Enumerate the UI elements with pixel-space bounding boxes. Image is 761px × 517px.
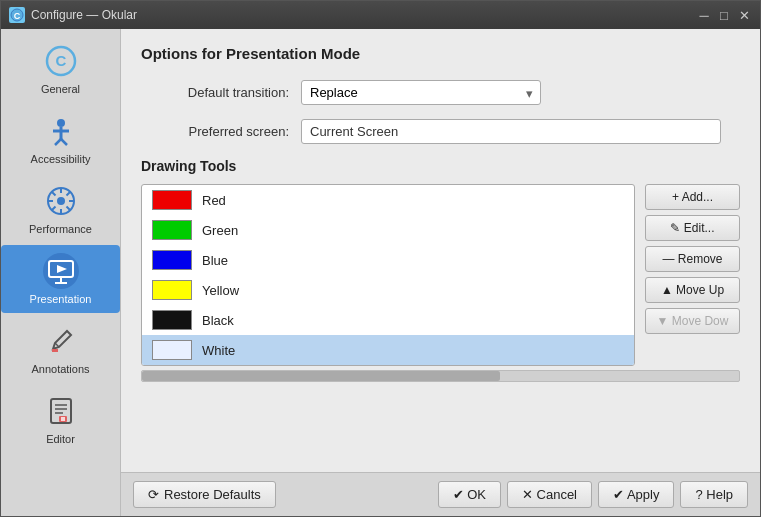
drawing-tools-section: Red Green Blue bbox=[141, 184, 740, 366]
list-item[interactable]: Yellow bbox=[142, 275, 634, 305]
restore-defaults-icon: ⟳ bbox=[148, 487, 159, 502]
tool-label-white: White bbox=[202, 343, 235, 358]
apply-button[interactable]: ✔ Apply bbox=[598, 481, 674, 508]
presentation-icon bbox=[43, 253, 79, 289]
general-icon: C bbox=[43, 43, 79, 79]
sidebar-item-editor[interactable]: Editor bbox=[1, 385, 120, 453]
app-icon: C bbox=[9, 7, 25, 23]
performance-label: Performance bbox=[29, 223, 92, 235]
tool-label-black: Black bbox=[202, 313, 234, 328]
color-swatch-yellow bbox=[152, 280, 192, 300]
app-window: C Configure — Okular ─ □ ✕ C General bbox=[0, 0, 761, 517]
tool-label-blue: Blue bbox=[202, 253, 228, 268]
svg-line-8 bbox=[61, 139, 67, 145]
tools-list: Red Green Blue bbox=[142, 185, 634, 365]
restore-defaults-button[interactable]: ⟳ Restore Defaults bbox=[133, 481, 276, 508]
window-controls: ─ □ ✕ bbox=[696, 7, 752, 23]
content-area: Options for Presentation Mode Default tr… bbox=[121, 29, 760, 472]
tool-label-green: Green bbox=[202, 223, 238, 238]
svg-line-17 bbox=[66, 192, 70, 196]
preferred-screen-row: Preferred screen: bbox=[141, 119, 740, 144]
presentation-label: Presentation bbox=[30, 293, 92, 305]
preferred-screen-label: Preferred screen: bbox=[141, 124, 301, 139]
drawing-tools-title: Drawing Tools bbox=[141, 158, 740, 174]
sidebar: C General Accessibility bbox=[1, 29, 121, 516]
sidebar-item-performance[interactable]: Performance bbox=[1, 175, 120, 243]
remove-tool-button[interactable]: — Remove bbox=[645, 246, 740, 272]
svg-line-15 bbox=[52, 192, 56, 196]
svg-line-7 bbox=[55, 139, 61, 145]
svg-line-18 bbox=[52, 207, 56, 211]
cancel-button[interactable]: ✕ Cancel bbox=[507, 481, 592, 508]
minimize-button[interactable]: ─ bbox=[696, 7, 712, 23]
move-up-button[interactable]: ▲ Move Up bbox=[645, 277, 740, 303]
add-tool-button[interactable]: + Add... bbox=[645, 184, 740, 210]
svg-text:C: C bbox=[55, 52, 66, 69]
horizontal-scrollbar[interactable] bbox=[141, 370, 740, 382]
list-item[interactable]: White bbox=[142, 335, 634, 365]
svg-point-4 bbox=[57, 119, 65, 127]
svg-text:C: C bbox=[14, 11, 21, 21]
editor-icon bbox=[43, 393, 79, 429]
default-transition-label: Default transition: bbox=[141, 85, 301, 100]
default-transition-select-wrapper: Replace ▾ bbox=[301, 80, 541, 105]
default-transition-select[interactable]: Replace bbox=[301, 80, 541, 105]
sidebar-item-accessibility[interactable]: Accessibility bbox=[1, 105, 120, 173]
move-down-button[interactable]: ▼ Move Dow bbox=[645, 308, 740, 334]
color-swatch-green bbox=[152, 220, 192, 240]
list-item[interactable]: Red bbox=[142, 185, 634, 215]
sidebar-item-annotations[interactable]: Annotations bbox=[1, 315, 120, 383]
color-swatch-black bbox=[152, 310, 192, 330]
editor-label: Editor bbox=[46, 433, 75, 445]
color-swatch-white bbox=[152, 340, 192, 360]
maximize-button[interactable]: □ bbox=[716, 7, 732, 23]
window-title: Configure — Okular bbox=[31, 8, 137, 22]
svg-line-16 bbox=[66, 207, 70, 211]
help-button[interactable]: ? Help bbox=[680, 481, 748, 508]
list-item[interactable]: Green bbox=[142, 215, 634, 245]
tools-action-buttons: + Add... ✎ Edit... — Remove ▲ Move Up ▼ … bbox=[645, 184, 740, 366]
tools-list-container: Red Green Blue bbox=[141, 184, 635, 366]
svg-line-23 bbox=[55, 343, 59, 347]
list-item[interactable]: Black bbox=[142, 305, 634, 335]
svg-point-10 bbox=[57, 197, 65, 205]
default-transition-row: Default transition: Replace ▾ bbox=[141, 80, 740, 105]
list-item[interactable]: Blue bbox=[142, 245, 634, 275]
preferred-screen-input[interactable] bbox=[301, 119, 721, 144]
annotations-label: Annotations bbox=[31, 363, 89, 375]
sidebar-item-general[interactable]: C General bbox=[1, 35, 120, 103]
tool-label-red: Red bbox=[202, 193, 226, 208]
titlebar-left: C Configure — Okular bbox=[9, 7, 137, 23]
edit-tool-button[interactable]: ✎ Edit... bbox=[645, 215, 740, 241]
close-button[interactable]: ✕ bbox=[736, 7, 752, 23]
general-label: General bbox=[41, 83, 80, 95]
tool-label-yellow: Yellow bbox=[202, 283, 239, 298]
color-swatch-red bbox=[152, 190, 192, 210]
footer: ⟳ Restore Defaults ✔ OK ✕ Cancel ✔ Apply… bbox=[121, 472, 760, 516]
sidebar-item-presentation[interactable]: Presentation bbox=[1, 245, 120, 313]
performance-icon bbox=[43, 183, 79, 219]
page-title: Options for Presentation Mode bbox=[141, 45, 740, 62]
scrollbar-thumb bbox=[142, 371, 500, 381]
svg-rect-24 bbox=[52, 349, 58, 352]
svg-marker-20 bbox=[57, 265, 67, 273]
ok-button[interactable]: ✔ OK bbox=[438, 481, 501, 508]
color-swatch-blue bbox=[152, 250, 192, 270]
svg-rect-29 bbox=[59, 416, 67, 422]
accessibility-icon bbox=[43, 113, 79, 149]
window-body: C General Accessibility bbox=[1, 29, 760, 516]
titlebar: C Configure — Okular ─ □ ✕ bbox=[1, 1, 760, 29]
accessibility-label: Accessibility bbox=[31, 153, 91, 165]
main-content: Options for Presentation Mode Default tr… bbox=[121, 29, 760, 516]
annotations-icon bbox=[43, 323, 79, 359]
